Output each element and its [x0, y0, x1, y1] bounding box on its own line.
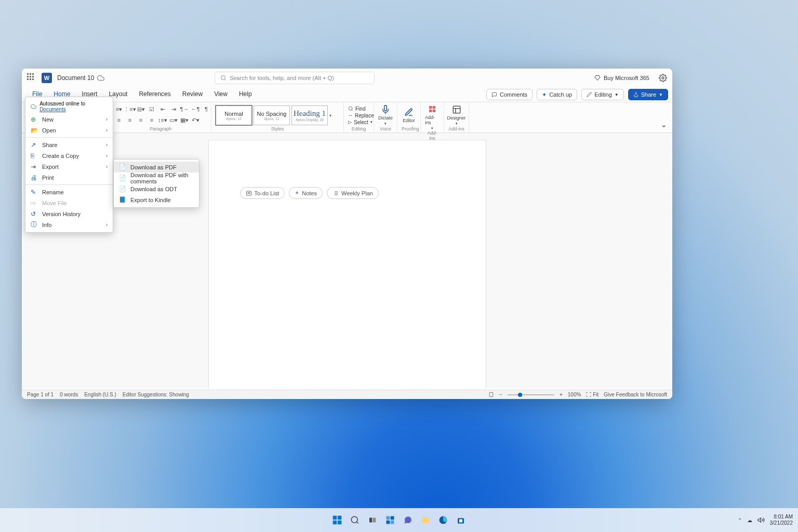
suggestion-todo[interactable]: To-do List — [240, 187, 285, 199]
ribbon-collapse-button[interactable]: ⌄ — [655, 116, 672, 132]
zoom-out-button[interactable]: − — [499, 392, 502, 397]
fit-button[interactable]: ⛶ Fit — [586, 392, 598, 397]
search-icon — [220, 75, 227, 81]
export-pdf[interactable]: 📄Download as PDF — [114, 162, 199, 172]
comments-button[interactable]: Comments — [486, 89, 533, 100]
menu-print[interactable]: 🖨Print — [25, 172, 113, 183]
sort-button[interactable]: ↶▾ — [191, 115, 200, 125]
addins-icon — [428, 104, 437, 114]
styles-expand[interactable]: ▾ — [329, 113, 331, 118]
designer-button[interactable]: Designer▾ — [447, 105, 466, 126]
bullets-button[interactable]: ≡▾ — [114, 104, 124, 114]
tab-references[interactable]: References — [134, 87, 176, 102]
export-kindle[interactable]: 📘Export to Kindle — [114, 194, 199, 205]
taskbar-chat[interactable] — [401, 513, 415, 527]
documents-link[interactable]: Documents — [39, 107, 66, 112]
catchup-button[interactable]: ✦Catch up — [537, 89, 577, 100]
taskbar-clock[interactable]: 8:01 AM3/21/2022 — [770, 514, 793, 526]
export-odt[interactable]: 📄Download as ODT — [114, 183, 199, 194]
designer-icon — [452, 105, 461, 114]
svg-rect-20 — [333, 516, 337, 520]
rtl-button[interactable]: ←¶ — [191, 104, 200, 114]
editor-button[interactable]: Editor — [402, 108, 416, 123]
replace-button[interactable]: ↔Replace — [348, 113, 374, 118]
ribbon: (Body)▼ 12▼ A▴ A▾ A⌀ I U ab x₂ x² Aa▾ 🖍▾… — [22, 102, 672, 133]
paragraph-marks-button[interactable]: ¶ — [202, 104, 211, 114]
taskbar-taskview[interactable] — [365, 513, 380, 527]
numbering-button[interactable]: ⋮≡▾ — [125, 104, 135, 114]
menu-new[interactable]: ⊕New› — [25, 114, 113, 125]
align-center-button[interactable]: ≡ — [125, 115, 135, 125]
tab-review[interactable]: Review — [177, 87, 208, 102]
checklist-button[interactable]: ☑ — [147, 104, 156, 114]
status-editor[interactable]: Editor Suggestions: Showing — [123, 392, 189, 397]
find-button[interactable]: Find — [348, 106, 374, 112]
tray-chevron[interactable]: ⌃ — [738, 517, 742, 523]
suggestion-notes[interactable]: ✦Notes — [289, 187, 323, 199]
page-view-icon[interactable] — [488, 392, 494, 397]
app-launcher-icon[interactable] — [27, 73, 36, 83]
menu-share[interactable]: ↗Share› — [25, 139, 113, 150]
ltr-button[interactable]: ¶→ — [180, 104, 189, 114]
line-spacing-button[interactable]: ↕≡▾ — [158, 115, 167, 125]
zoom-slider[interactable] — [508, 394, 554, 395]
feedback-link[interactable]: Give Feedback to Microsoft — [604, 392, 667, 397]
export-pdf-comments[interactable]: 📄Download as PDF with comments — [114, 172, 199, 183]
edge-icon — [438, 515, 448, 525]
search-placeholder: Search for tools, help, and more (Alt + … — [230, 75, 334, 81]
dictate-button[interactable]: Dictate▾ — [378, 105, 393, 126]
taskbar: ⌃ ☁ 8:01 AM3/21/2022 — [0, 508, 798, 532]
taskbar-widgets[interactable] — [383, 513, 397, 527]
tray-onedrive[interactable]: ☁ — [747, 517, 752, 523]
status-words[interactable]: 0 words — [60, 392, 78, 397]
status-language[interactable]: English (U.S.) — [84, 392, 116, 397]
style-no-spacing[interactable]: No SpacingAptos, 12 — [254, 105, 290, 125]
share-button[interactable]: Share▼ — [628, 89, 668, 100]
cloud-save-icon — [97, 74, 104, 82]
menu-open[interactable]: 📂Open› — [25, 125, 113, 136]
editor-icon — [404, 108, 414, 117]
suggestion-weekly[interactable]: Weekly Plan — [327, 187, 379, 199]
indent-button[interactable]: ⇥ — [169, 104, 178, 114]
taskbar-explorer[interactable] — [418, 513, 433, 527]
taskbar-edge[interactable] — [436, 513, 450, 527]
shading-button[interactable]: ▭▾ — [169, 115, 178, 125]
taskbar-store[interactable] — [454, 513, 468, 527]
status-page[interactable]: Page 1 of 1 — [27, 392, 54, 397]
addins-button[interactable]: Add-ins▾ — [425, 104, 440, 130]
group-label-paragraph: Paragraph — [114, 126, 207, 131]
justify-button[interactable]: ≡ — [147, 115, 156, 125]
status-bar: Page 1 of 1 0 words English (U.S.) Edito… — [22, 390, 672, 399]
tab-view[interactable]: View — [209, 87, 233, 102]
volume-icon[interactable] — [757, 516, 765, 524]
borders-button[interactable]: ▦▾ — [180, 115, 189, 125]
document-page[interactable]: To-do List ✦Notes Weekly Plan — [208, 140, 486, 389]
menu-export[interactable]: ⇥Export› — [25, 161, 113, 172]
taskbar-search[interactable] — [348, 513, 362, 527]
align-right-button[interactable]: ≡ — [136, 115, 145, 125]
menu-copy[interactable]: ⎘Create a Copy› — [25, 150, 113, 161]
tab-help[interactable]: Help — [234, 87, 257, 102]
svg-rect-6 — [433, 106, 435, 109]
menu-rename[interactable]: ✎Rename — [25, 187, 113, 197]
buy-microsoft-link[interactable]: Buy Microsoft 365 — [594, 75, 649, 81]
document-title[interactable]: Document 10 — [57, 74, 94, 82]
start-button[interactable] — [330, 513, 344, 527]
style-heading1[interactable]: Heading 1Aptos Display, 20 — [291, 105, 328, 125]
multilevel-button[interactable]: ⊟▾ — [136, 104, 145, 114]
zoom-in-button[interactable]: + — [560, 392, 563, 397]
search-input[interactable]: Search for tools, help, and more (Alt + … — [215, 72, 375, 84]
style-normal[interactable]: NormalAptos, 12 — [216, 105, 252, 125]
gear-icon[interactable] — [659, 74, 667, 82]
select-button[interactable]: ▷Select▾ — [348, 119, 374, 125]
editing-mode-button[interactable]: Editing▼ — [581, 89, 624, 100]
menu-info[interactable]: ⓘInfo› — [25, 219, 113, 230]
group-label-editing: Editing — [348, 126, 369, 131]
outdent-button[interactable]: ⇤ — [158, 104, 167, 114]
menu-history[interactable]: ↺Version History — [25, 208, 113, 219]
chat-icon — [403, 515, 413, 525]
zoom-level[interactable]: 100% — [568, 392, 581, 397]
svg-rect-21 — [338, 516, 342, 520]
align-left-button[interactable]: ≡ — [114, 115, 124, 125]
search-icon — [348, 106, 353, 111]
